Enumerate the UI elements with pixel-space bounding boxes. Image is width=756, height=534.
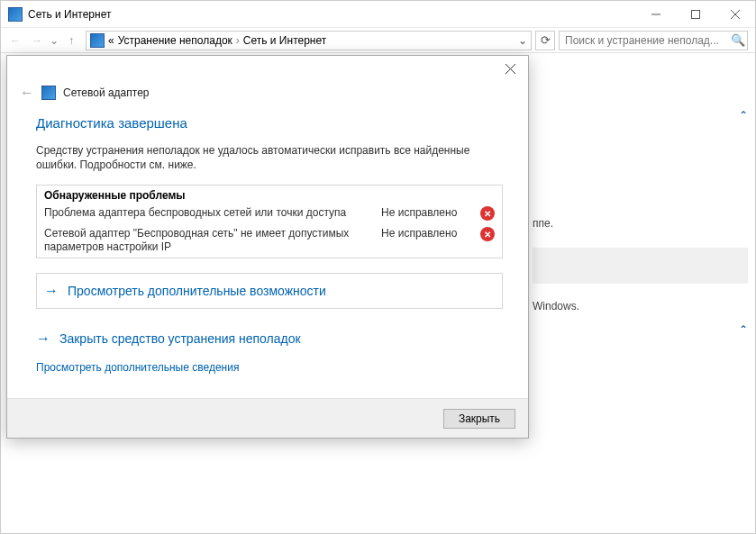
problem-row[interactable]: Проблема адаптера беспроводных сетей или… <box>37 204 502 224</box>
problems-panel: Обнаруженные проблемы Проблема адаптера … <box>36 185 503 258</box>
arrow-right-icon: → <box>44 283 59 299</box>
expand-collapse-icon-2[interactable]: ⌃ <box>739 323 748 336</box>
problems-panel-title: Обнаруженные проблемы <box>37 186 502 204</box>
search-input[interactable] <box>560 34 729 47</box>
close-icon <box>731 10 740 19</box>
link-label: Закрыть средство устранения неполадок <box>59 331 301 346</box>
breadcrumb-chevrons: « <box>108 34 114 47</box>
view-details-link[interactable]: Просмотреть дополнительные сведения <box>36 361 239 374</box>
location-icon <box>90 33 105 48</box>
problem-text: Проблема адаптера беспроводных сетей или… <box>44 206 372 220</box>
control-panel-window: Сеть и Интернет ← → ⌄ ↑ « Устранение неп… <box>0 0 756 534</box>
error-icon <box>480 227 495 241</box>
nav-back-button[interactable]: ← <box>5 30 26 51</box>
problem-text: Сетевой адаптер "Беспроводная сеть" не и… <box>44 227 372 254</box>
dialog-footer: Закрыть <box>7 398 528 438</box>
dialog-back-button[interactable]: ← <box>20 85 34 101</box>
dialog-header: ← Сетевой адаптер <box>7 81 528 110</box>
arrow-right-icon: → <box>36 330 50 347</box>
nav-up-button[interactable]: ↑ <box>60 30 82 51</box>
view-more-options-link[interactable]: → Просмотреть дополнительные возможности <box>36 273 503 309</box>
nav-forward-button[interactable]: → <box>26 30 48 51</box>
minimize-icon <box>651 10 660 19</box>
bg-text-fragment: ппе. <box>533 217 748 230</box>
search-icon[interactable]: 🔍 <box>729 33 747 47</box>
problem-status: Не исправлено <box>381 227 471 240</box>
maximize-icon <box>691 10 700 19</box>
nav-history-dropdown[interactable]: ⌄ <box>48 34 60 47</box>
breadcrumb-seg-1[interactable]: Устранение неполадок <box>118 34 232 47</box>
dialog-app-name: Сетевой адаптер <box>63 86 149 99</box>
navigation-bar: ← → ⌄ ↑ « Устранение неполадок › Сеть и … <box>1 28 755 53</box>
problem-status: Не исправлено <box>381 206 471 219</box>
troubleshooter-dialog: ← Сетевой адаптер Диагностика завершена … <box>6 55 529 439</box>
address-bar[interactable]: « Устранение неполадок › Сеть и Интернет… <box>86 31 532 50</box>
window-close-button[interactable] <box>715 1 755 28</box>
dialog-body: Диагностика завершена Средству устранени… <box>7 110 528 398</box>
bg-text-fragment-2: Windows. <box>533 300 748 312</box>
dialog-titlebar <box>7 56 528 81</box>
breadcrumb-separator: › <box>236 34 240 47</box>
error-icon <box>480 206 495 221</box>
refresh-button[interactable]: ⟳ <box>535 31 555 50</box>
address-dropdown[interactable]: ⌄ <box>515 34 531 47</box>
background-content: ⌃ ппе. Windows. ⌃ <box>533 55 748 330</box>
window-controls <box>636 1 755 28</box>
minimize-button[interactable] <box>636 1 676 28</box>
svg-rect-1 <box>692 10 700 18</box>
breadcrumb-seg-2[interactable]: Сеть и Интернет <box>243 34 326 47</box>
title-bar: Сеть и Интернет <box>1 1 755 28</box>
control-panel-icon <box>8 7 23 22</box>
search-box: 🔍 <box>559 31 748 50</box>
network-adapter-icon <box>41 86 56 100</box>
dialog-description: Средству устранения неполадок не удалось… <box>36 143 503 172</box>
close-button[interactable]: Закрыть <box>443 409 515 429</box>
close-icon <box>506 64 515 74</box>
link-label: Просмотреть дополнительные возможности <box>68 284 326 298</box>
window-title: Сеть и Интернет <box>28 8 636 21</box>
maximize-button[interactable] <box>676 1 715 28</box>
expand-collapse-icon[interactable]: ⌃ <box>739 109 748 122</box>
bg-bar <box>533 248 748 284</box>
problem-row[interactable]: Сетевой адаптер "Беспроводная сеть" не и… <box>37 224 502 258</box>
dialog-close-button[interactable] <box>492 56 528 81</box>
close-troubleshooter-link[interactable]: → Закрыть средство устранения неполадок <box>36 321 503 356</box>
dialog-heading: Диагностика завершена <box>36 115 503 131</box>
